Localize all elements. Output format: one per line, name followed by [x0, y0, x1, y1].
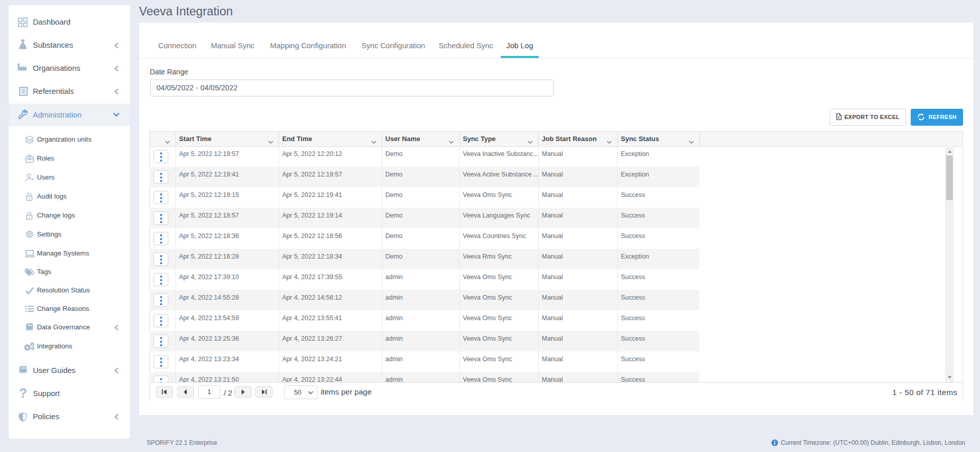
svg-text:x: x — [837, 115, 839, 119]
